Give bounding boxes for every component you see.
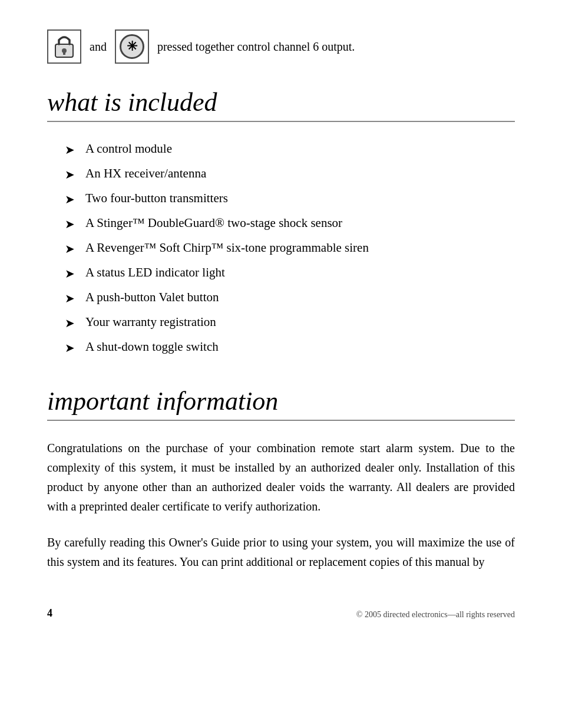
- arrow-icon: ➤: [65, 141, 75, 159]
- star-icon-box: ✳: [115, 29, 149, 64]
- arrow-icon: ➤: [65, 339, 75, 357]
- section1-heading: what is included: [47, 87, 515, 122]
- star-icon: ✳: [120, 34, 144, 59]
- section2-paragraph1: Congratulations on the purchase of your …: [47, 439, 515, 516]
- section2-paragraph2: By carefully reading this Owner's Guide …: [47, 533, 515, 572]
- list-item-text: Two four-button transmitters: [85, 189, 228, 208]
- list-item-text: A control module: [85, 140, 172, 159]
- what-is-included-section: what is included ➤ A control module ➤ An…: [47, 87, 515, 357]
- arrow-icon: ➤: [65, 215, 75, 233]
- svg-rect-2: [63, 51, 65, 55]
- page-number: 4: [47, 607, 52, 620]
- list-item: ➤ A status LED indicator light: [65, 263, 515, 282]
- list-item: ➤ A control module: [65, 140, 515, 159]
- lock-icon-box: [47, 29, 81, 64]
- list-item: ➤ Two four-button transmitters: [65, 189, 515, 208]
- copyright-text: © 2005 directed electronics—all rights r…: [356, 610, 515, 620]
- included-list: ➤ A control module ➤ An HX receiver/ante…: [65, 140, 515, 357]
- arrow-icon: ➤: [65, 166, 75, 183]
- list-item-text: A push-button Valet button: [85, 288, 219, 307]
- list-item: ➤ A push-button Valet button: [65, 288, 515, 307]
- arrow-icon: ➤: [65, 289, 75, 307]
- list-item-text: A shut-down toggle switch: [85, 338, 219, 357]
- important-information-section: important information Congratulations on…: [47, 386, 515, 572]
- list-item: ➤ Your warranty registration: [65, 313, 515, 332]
- list-item-text: An HX receiver/antenna: [85, 164, 206, 183]
- list-item-text: A status LED indicator light: [85, 263, 225, 282]
- footer: 4 © 2005 directed electronics—all rights…: [47, 601, 515, 620]
- top-section: and ✳ pressed together control channel 6…: [47, 29, 515, 64]
- list-item-text: A Revenger™ Soft Chirp™ six-tone program…: [85, 239, 369, 258]
- section2-heading: important information: [47, 386, 515, 421]
- list-item: ➤ A Stinger™ DoubleGuard® two-stage shoc…: [65, 214, 515, 233]
- list-item: ➤ A Revenger™ Soft Chirp™ six-tone progr…: [65, 239, 515, 258]
- arrow-icon: ➤: [65, 190, 75, 208]
- list-item: ➤ An HX receiver/antenna: [65, 164, 515, 183]
- and-text: and: [90, 40, 107, 54]
- list-item-text: A Stinger™ DoubleGuard® two-stage shock …: [85, 214, 342, 233]
- arrow-icon: ➤: [65, 240, 75, 258]
- arrow-icon: ➤: [65, 314, 75, 332]
- list-item: ➤ A shut-down toggle switch: [65, 338, 515, 357]
- list-item-text: Your warranty registration: [85, 313, 216, 332]
- pressed-text: pressed together control channel 6 outpu…: [157, 40, 355, 54]
- arrow-icon: ➤: [65, 265, 75, 282]
- lock-icon: [53, 34, 75, 60]
